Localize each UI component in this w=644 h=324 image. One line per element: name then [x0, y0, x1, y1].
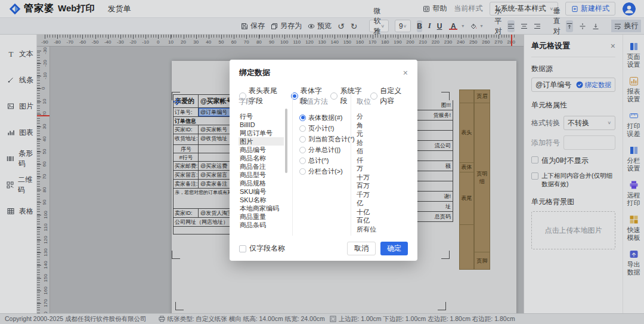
digit-item[interactable]: 佰 — [357, 147, 417, 156]
digit-item[interactable]: 万 — [357, 164, 417, 173]
digit-item[interactable]: 十亿 — [357, 208, 417, 217]
field-item[interactable]: BillID — [239, 121, 284, 129]
cancel-button[interactable]: 取消 — [347, 242, 376, 255]
radio-icon — [299, 158, 306, 164]
field-item[interactable]: 商品名称 — [239, 154, 284, 162]
method-column-header: 取值方法 — [299, 97, 351, 107]
digit-item[interactable]: 分 — [357, 112, 417, 121]
bind-data-dialog: 绑定数据 × 表头表尾字段表体字段系统字段自定义内容 字段 行号BillID网店… — [230, 60, 417, 261]
field-item[interactable]: 商品编号 — [239, 146, 284, 154]
method-label: 分单总计(|) — [308, 146, 340, 155]
method-radio[interactable]: 分栏合计(>) — [299, 166, 351, 177]
checkbox-icon — [239, 245, 246, 252]
digit-column: 取位 分角元拾佰仟万十万百万千万亿十亿百亿所有位 — [351, 93, 417, 236]
digit-item[interactable]: 仟 — [357, 156, 417, 165]
field-item[interactable]: 商品重量 — [239, 212, 284, 221]
method-label: 总计(^) — [308, 156, 329, 165]
method-radio[interactable]: 到当前页合计(*) — [299, 134, 351, 144]
confirm-button[interactable]: 确定 — [380, 242, 408, 255]
digit-item[interactable]: 亿 — [357, 199, 417, 208]
field-list-scrollbar[interactable] — [285, 109, 287, 173]
field-item[interactable]: 图片 — [239, 137, 284, 146]
radio-icon — [299, 168, 306, 175]
field-item[interactable]: 行号 — [239, 112, 284, 121]
field-item[interactable]: SKU编号 — [239, 187, 284, 196]
radio-icon — [299, 115, 306, 121]
digit-item[interactable]: 百亿 — [357, 216, 417, 225]
radio-icon — [299, 147, 306, 153]
method-label: 页小计(!) — [308, 124, 334, 133]
field-item[interactable]: 商品备注 — [239, 162, 284, 171]
digit-item[interactable]: 元 — [357, 129, 417, 138]
method-radio[interactable]: 分单总计(|) — [299, 144, 351, 155]
field-item[interactable]: 商品规格 — [239, 179, 284, 187]
dialog-close-icon[interactable]: × — [403, 69, 408, 77]
field-item[interactable]: 商品条码 — [239, 221, 284, 229]
digit-item[interactable]: 千万 — [357, 190, 417, 199]
app-window: 管家婆 Web打印 发货单 帮助 当前样式 1:系统-基本样式∨ 新建样式 保存… — [0, 0, 644, 324]
dialog-title: 绑定数据 — [239, 67, 270, 78]
field-item[interactable]: 商品型号 — [239, 171, 284, 179]
digit-column-header: 取位 — [357, 97, 417, 107]
field-name-only-checkbox[interactable]: 仅字段名称 — [239, 243, 285, 254]
digit-item[interactable]: 所有位 — [357, 225, 417, 234]
field-column: 字段 行号BillID网店订单号图片商品编号商品名称商品备注商品型号商品规格SK… — [230, 93, 292, 236]
method-column: 取值方法 表体数据(#)页小计(!)到当前页合计(*)分单总计(|)总计(^)分… — [292, 93, 351, 236]
field-item[interactable]: 本地商家编码 — [239, 204, 284, 212]
field-item[interactable]: SKU名称 — [239, 196, 284, 204]
method-radio[interactable]: 页小计(!) — [299, 123, 351, 134]
radio-icon — [299, 136, 306, 143]
radio-icon — [299, 125, 306, 132]
digit-item[interactable]: 十万 — [357, 173, 417, 182]
digit-item[interactable]: 角 — [357, 121, 417, 130]
method-label: 分栏合计(>) — [308, 167, 343, 176]
method-label: 表体数据(#) — [308, 113, 342, 122]
field-column-header: 字段 — [239, 97, 292, 107]
method-label: 到当前页合计(*) — [308, 135, 355, 144]
digit-item[interactable]: 拾 — [357, 138, 417, 147]
method-radio[interactable]: 总计(^) — [299, 155, 351, 166]
method-radio[interactable]: 表体数据(#) — [299, 112, 351, 123]
digit-item[interactable]: 百万 — [357, 181, 417, 190]
field-item[interactable]: 网店订单号 — [239, 129, 284, 137]
